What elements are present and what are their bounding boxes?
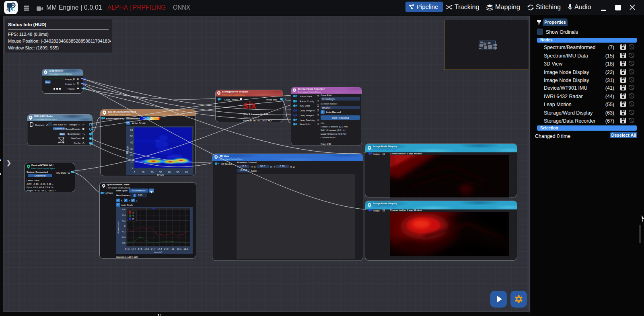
svg-text:30: 30 [130,148,134,150]
svg-text:Range: Range [126,146,129,154]
svg-text:0.2: 0.2 [122,220,126,222]
svg-text:20: 20 [150,171,154,174]
svg-text:10: 10 [130,160,134,163]
svg-text:20: 20 [130,154,134,156]
svg-text:15.1: 15.1 [177,248,181,250]
svg-text:14.9: 14.9 [164,248,168,250]
svg-text:0: 0 [132,166,133,169]
svg-text:0: 0 [124,225,125,227]
svg-text:50: 50 [130,135,134,137]
svg-text:Y: Y [132,215,134,217]
svg-text:61: 61 [130,129,134,131]
svg-text:40: 40 [130,141,134,144]
svg-text:15.2: 15.2 [183,248,188,250]
svg-text:40: 40 [168,171,171,174]
svg-text:14.5: 14.5 [138,248,142,250]
svg-text:14.8: 14.8 [157,248,162,250]
svg-text:10: 10 [142,171,145,174]
svg-text:15: 15 [171,248,174,250]
svg-text:time (s): time (s) [154,251,162,253]
svg-text:14.6: 14.6 [144,248,149,250]
svg-text:Beam: Beam [157,174,164,176]
svg-text:-0.2: -0.2 [121,230,126,233]
svg-text:0.4: 0.4 [122,214,126,216]
svg-text:0: 0 [134,171,135,174]
svg-text:0.6: 0.6 [122,208,126,211]
svg-text:14.7: 14.7 [151,248,155,250]
svg-text:14.3: 14.3 [125,248,129,250]
svg-text:Acceleration: Acceleration [117,221,119,234]
svg-text:60: 60 [185,171,188,174]
svg-text:50: 50 [176,171,179,174]
svg-text:14.4: 14.4 [131,248,136,250]
svg-text:-0.6: -0.6 [121,242,126,244]
svg-text:X: X [132,211,134,214]
svg-text:-0.4: -0.4 [121,236,126,238]
